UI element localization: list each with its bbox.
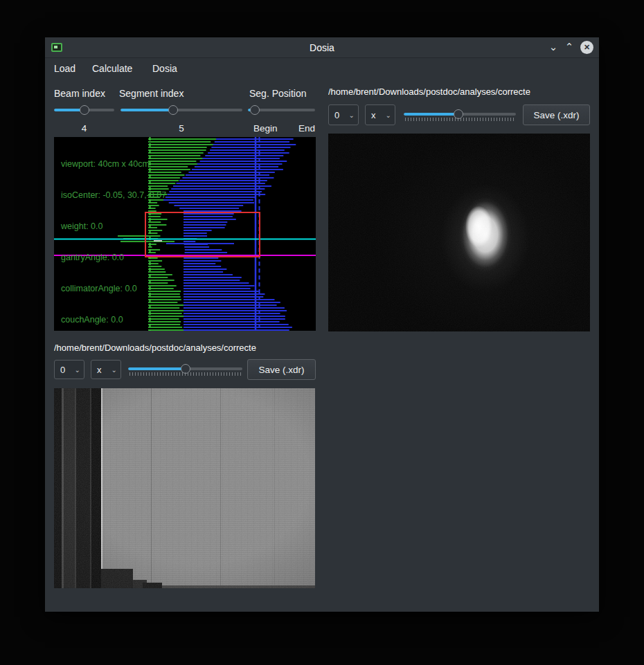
combo-value: 0: [60, 365, 65, 375]
titlebar[interactable]: Dosia ⌄ ⌃ ✕: [45, 37, 599, 58]
left-file-path: /home/brent/Downloads/postdoc/analyses/c…: [54, 343, 316, 353]
chevron-down-icon: ⌄: [111, 366, 117, 374]
menu-item-load[interactable]: Load: [54, 59, 75, 78]
combo-value: x: [97, 365, 102, 375]
slider-fill: [128, 367, 186, 370]
slider-tick-marks: [129, 372, 241, 376]
chevron-down-icon: ⌄: [386, 111, 391, 119]
isocenter-readout: isoCenter: -0.05, 30.7,-0.07: [61, 190, 166, 201]
chevron-down-icon: ⌄: [75, 366, 80, 374]
chevron-down-icon: ⌄: [349, 111, 355, 119]
seg-position-range: Begin End: [248, 123, 315, 134]
left-save-xdr-button[interactable]: Save (.xdr): [247, 359, 316, 380]
slider-handle[interactable]: [250, 105, 260, 115]
collimator-angle-readout: collimatorAngle: 0.0: [61, 284, 166, 294]
segment-index-label: Segment index: [119, 88, 184, 99]
combo-value: x: [371, 110, 376, 120]
seg-position-label: Seg. Position: [249, 88, 307, 99]
weight-readout: weight: 0.0: [61, 221, 166, 232]
close-icon: ✕: [584, 44, 590, 51]
desktop-background: Dosia ⌄ ⌃ ✕ Load Calculate Dosia Beam in…: [0, 0, 644, 665]
window-title: Dosia: [310, 37, 334, 58]
chevron-down-icon[interactable]: ⌄: [546, 37, 560, 58]
beam-index-label: Beam index: [54, 88, 105, 99]
left-slice-slider[interactable]: [128, 363, 242, 377]
viewport-readout: viewport: 40cm x 40cm: [61, 159, 166, 170]
beam-index-slider[interactable]: [54, 104, 114, 116]
slider-handle[interactable]: [168, 105, 178, 115]
left-index-combobox[interactable]: 0 ⌄: [54, 360, 84, 379]
slider-groove[interactable]: [120, 109, 242, 111]
slider-handle[interactable]: [80, 105, 89, 115]
right-axis-combobox[interactable]: x ⌄: [365, 104, 395, 125]
left-axis-combobox[interactable]: x ⌄: [91, 360, 121, 379]
plot-overlay-text: viewport: 40cm x 40cm isoCenter: -0.05, …: [61, 138, 166, 331]
menubar: Load Calculate Dosia: [45, 59, 599, 78]
app-icon: [51, 43, 62, 52]
right-save-xdr-button[interactable]: Save (.xdr): [523, 104, 590, 125]
combo-value: 0: [334, 110, 339, 120]
menu-item-dosia[interactable]: Dosia: [152, 59, 177, 78]
right-index-combobox[interactable]: 0 ⌄: [328, 104, 359, 125]
chevron-up-icon[interactable]: ⌃: [562, 37, 576, 58]
epid-image-view: [54, 388, 315, 588]
app-icon-screen: [54, 46, 57, 48]
dose-image-view: [328, 134, 590, 331]
beam-profile-plot[interactable]: viewport: 40cm x 40cm isoCenter: -0.05, …: [54, 137, 316, 331]
begin-label: Begin: [253, 123, 278, 134]
slider-fill: [404, 113, 458, 116]
noise-overlay: [54, 388, 315, 588]
end-label: End: [298, 123, 315, 134]
gantry-angle-readout: gantryAngle: 0.0: [61, 253, 166, 263]
noise-overlay: [328, 134, 590, 331]
menu-item-calculate[interactable]: Calculate: [92, 59, 132, 78]
slider-tick-marks: [405, 118, 515, 121]
couch-angle-readout: couchAngle: 0.0: [61, 315, 166, 325]
right-file-path: /home/brent/Downloads/postdoc/analyses/c…: [328, 86, 590, 97]
slider-fill: [120, 109, 173, 111]
beam-index-value: 4: [54, 123, 114, 134]
app-window: Dosia ⌄ ⌃ ✕ Load Calculate Dosia Beam in…: [45, 37, 599, 612]
right-slice-slider[interactable]: [404, 109, 516, 122]
segment-index-value: 5: [120, 123, 242, 134]
seg-position-slider[interactable]: [248, 104, 315, 116]
segment-index-slider[interactable]: [120, 104, 242, 116]
close-button[interactable]: ✕: [580, 41, 593, 54]
